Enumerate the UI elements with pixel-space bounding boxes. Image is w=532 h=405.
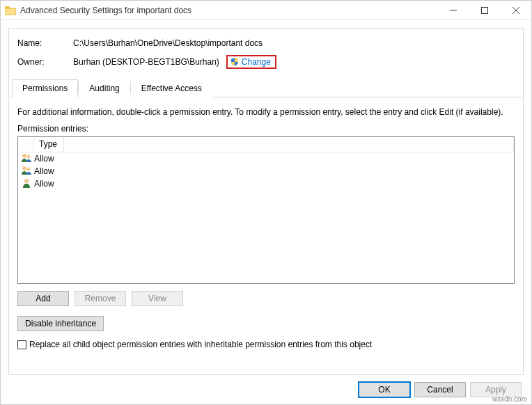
- group-icon: [20, 165, 33, 178]
- disable-inheritance-label: Disable inheritance: [25, 319, 96, 328]
- list-item[interactable]: Allow: [18, 165, 514, 177]
- change-owner-link[interactable]: Change: [242, 57, 271, 67]
- maximize-icon: [481, 7, 488, 14]
- view-button: View: [132, 291, 183, 306]
- svg-point-4: [22, 154, 26, 158]
- name-value: C:\Users\Burhan\OneDrive\Desktop\importa…: [73, 38, 263, 48]
- svg-rect-1: [481, 7, 487, 13]
- view-button-label: View: [148, 294, 166, 303]
- tab-effective-access[interactable]: Effective Access: [131, 79, 212, 97]
- close-icon: [513, 7, 519, 14]
- minimize-icon: [450, 7, 457, 14]
- cancel-button-label: Cancel: [427, 385, 453, 395]
- window-controls: [437, 1, 531, 20]
- list-item-type: Allow: [33, 154, 66, 164]
- remove-button: Remove: [75, 291, 126, 306]
- tab-auditing-label: Auditing: [89, 84, 119, 93]
- listview-header: Type: [18, 137, 514, 152]
- window-title: Advanced Security Settings for important…: [20, 6, 437, 15]
- replace-children-checkbox[interactable]: [17, 340, 26, 349]
- apply-button-label: Apply: [485, 385, 506, 395]
- remove-button-label: Remove: [85, 294, 116, 303]
- content-panel: Name: C:\Users\Burhan\OneDrive\Desktop\i…: [8, 28, 524, 375]
- svg-point-5: [27, 154, 31, 158]
- permission-listview[interactable]: Type Allow Allow Allow: [17, 136, 515, 284]
- change-owner-highlight: Change: [226, 55, 276, 69]
- tab-auditing[interactable]: Auditing: [79, 79, 130, 97]
- replace-children-label: Replace all child object permission entr…: [29, 340, 372, 349]
- list-item-type: Allow: [33, 166, 66, 176]
- replace-children-row: Replace all child object permission entr…: [17, 340, 515, 349]
- list-item[interactable]: Allow: [18, 152, 514, 165]
- svg-point-6: [22, 166, 26, 170]
- svg-point-8: [24, 179, 29, 183]
- close-button[interactable]: [500, 1, 531, 20]
- ok-button[interactable]: OK: [359, 382, 410, 397]
- tab-permissions[interactable]: Permissions: [12, 79, 78, 97]
- shield-icon: [230, 57, 240, 67]
- tab-permissions-label: Permissions: [22, 84, 68, 93]
- name-label: Name:: [17, 38, 73, 48]
- add-button-label: Add: [36, 294, 50, 303]
- tab-effective-label: Effective Access: [141, 84, 202, 93]
- tab-strip: Permissions Auditing Effective Access: [9, 79, 523, 97]
- add-button[interactable]: Add: [17, 291, 69, 306]
- hint-text: For additional information, double-click…: [17, 107, 515, 117]
- group-icon: [20, 152, 33, 166]
- entry-buttons: Add Remove View: [17, 291, 515, 306]
- minimize-button[interactable]: [437, 1, 469, 20]
- window-frame: Advanced Security Settings for important…: [0, 0, 532, 405]
- entries-label: Permission entries:: [17, 124, 515, 134]
- watermark: wsxdn.com: [492, 395, 527, 403]
- column-icon[interactable]: [18, 137, 33, 152]
- maximize-button[interactable]: [469, 1, 500, 20]
- cancel-button[interactable]: Cancel: [414, 382, 466, 397]
- list-item-type: Allow: [33, 179, 66, 189]
- column-spacer: [64, 137, 514, 152]
- name-row: Name: C:\Users\Burhan\OneDrive\Desktop\i…: [17, 38, 515, 48]
- owner-row: Owner: Burhan (DESKTOP-BEGT1BG\Burhan) C…: [17, 55, 515, 69]
- ok-button-label: OK: [378, 385, 390, 395]
- list-item[interactable]: Allow: [18, 177, 514, 190]
- disable-inheritance-button[interactable]: Disable inheritance: [17, 316, 104, 331]
- titlebar: Advanced Security Settings for important…: [1, 1, 531, 20]
- column-type[interactable]: Type: [33, 137, 64, 152]
- user-icon: [20, 177, 33, 191]
- folder-icon: [5, 6, 16, 15]
- owner-label: Owner:: [17, 57, 73, 67]
- svg-point-7: [27, 167, 31, 170]
- owner-value: Burhan (DESKTOP-BEGT1BG\Burhan): [73, 57, 219, 67]
